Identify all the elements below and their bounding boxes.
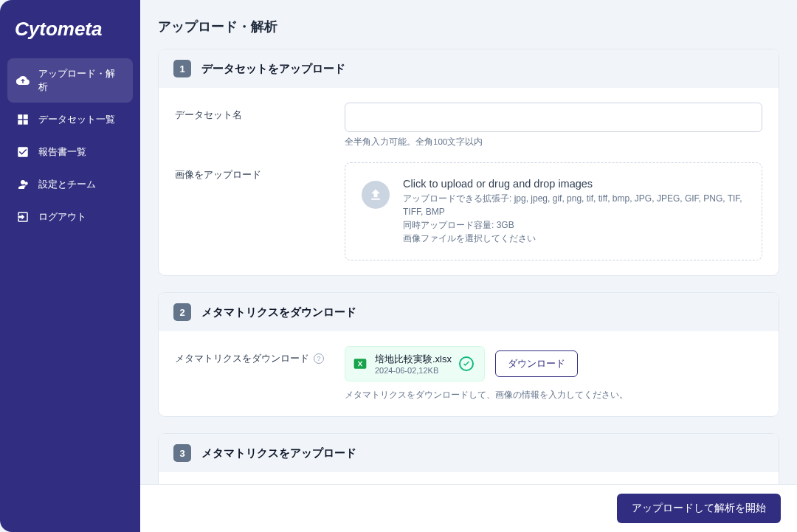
step-title: メタマトリクスをダウンロード [201, 305, 356, 319]
file-sub: 2024-06-02,12KB [375, 366, 452, 375]
dataset-name-input[interactable] [345, 103, 762, 132]
image-dropzone[interactable]: Click to upload or drug and drop images … [345, 162, 762, 260]
help-icon[interactable]: ? [314, 353, 324, 364]
logout-icon [16, 210, 30, 224]
sidebar-item-logout[interactable]: ログアウト [7, 201, 133, 232]
logo: Cytometa [7, 0, 133, 58]
step-2-card: 2 メタマトリクスをダウンロード メタマトリクスをダウンロード ? [158, 292, 779, 417]
sidebar-item-reports[interactable]: 報告書一覧 [7, 137, 133, 167]
grid-icon [16, 113, 30, 126]
sidebar-item-label: データセット一覧 [38, 113, 115, 126]
meta-download-label: メタマトリクスをダウンロード ? [175, 346, 330, 365]
sidebar-item-label: 設定とチーム [38, 178, 96, 191]
step-title: データセットをアップロード [201, 62, 345, 76]
sidebar-item-datasets[interactable]: データセット一覧 [7, 104, 133, 135]
sidebar-item-settings-team[interactable]: 設定とチーム [7, 169, 133, 200]
file-chip: 培地比較実験.xlsx 2024-06-02,12KB [345, 346, 485, 381]
step-3-header: 3 メタマトリクスをアップロード [159, 434, 779, 472]
step-number-badge: 1 [173, 60, 191, 77]
upload-icon [362, 181, 390, 209]
submit-button[interactable]: アップロードして解析を開始 [617, 494, 781, 523]
main: アップロード・解析 1 データセットをアップロード データセット名 全半角入力可… [140, 0, 797, 532]
image-upload-label: 画像をアップロード [175, 162, 330, 182]
file-name: 培地比較実験.xlsx [375, 353, 452, 366]
check-square-icon [16, 145, 30, 159]
excel-icon [353, 356, 368, 371]
step-2-header: 2 メタマトリクスをダウンロード [159, 293, 779, 331]
sidebar-item-label: 報告書一覧 [38, 145, 86, 159]
sidebar-item-upload-analyze[interactable]: アップロード・解析 [7, 58, 133, 103]
sidebar: Cytometa アップロード・解析 データセット一覧 報告書一覧 [0, 0, 140, 532]
footer-bar: アップロードして解析を開始 [140, 484, 797, 532]
sidebar-item-label: ログアウト [38, 210, 86, 224]
dataset-name-label: データセット名 [175, 103, 330, 122]
download-hint: メタマトリクスをダウンロードして、画像の情報を入力してください。 [345, 389, 762, 401]
dropzone-capacity-line: 同時アップロード容量: 3GB [403, 218, 745, 232]
cloud-upload-icon [16, 74, 30, 87]
dropzone-title: Click to upload or drug and drop images [403, 178, 745, 190]
nav: アップロード・解析 データセット一覧 報告書一覧 設定とチーム [7, 58, 133, 232]
main-scroll[interactable]: アップロード・解析 1 データセットをアップロード データセット名 全半角入力可… [140, 0, 797, 532]
step-number-badge: 2 [173, 303, 191, 321]
sidebar-item-label: アップロード・解析 [38, 67, 124, 94]
step-1-card: 1 データセットをアップロード データセット名 全半角入力可能。全角100文字以… [158, 49, 779, 276]
dataset-name-helper: 全半角入力可能。全角100文字以内 [345, 137, 762, 148]
dropzone-ext-line: アップロードできる拡張子: jpg, jpeg, gif, png, tif, … [403, 192, 745, 218]
dropzone-select-line: 画像ファイルを選択してください [403, 232, 745, 245]
download-button[interactable]: ダウンロード [495, 350, 578, 377]
page-title: アップロード・解析 [158, 18, 779, 35]
people-gear-icon [16, 178, 30, 191]
step-number-badge: 3 [173, 444, 191, 462]
step-title: メタマトリクスをアップロード [201, 446, 356, 460]
check-circle-icon [459, 356, 474, 371]
step-1-header: 1 データセットをアップロード [159, 49, 779, 88]
